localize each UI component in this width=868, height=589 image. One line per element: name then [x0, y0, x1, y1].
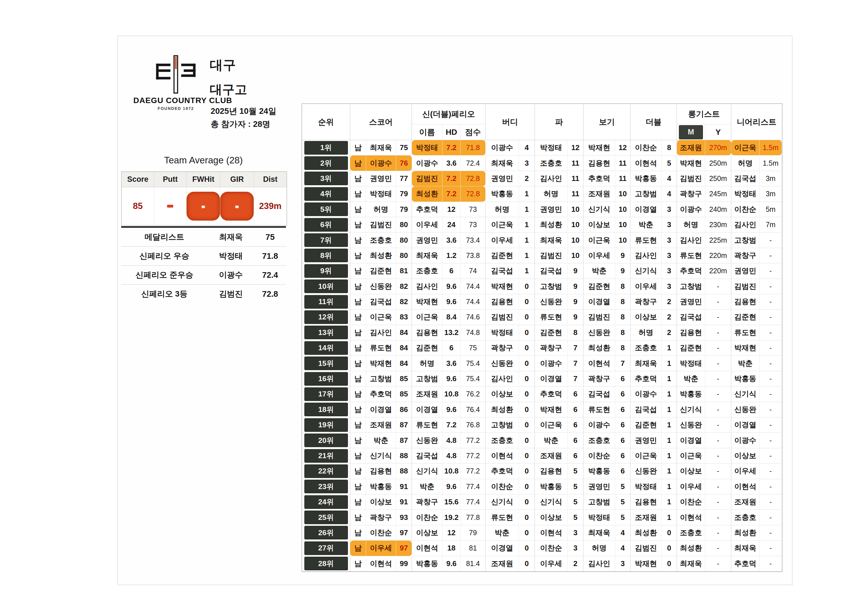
cell-longest-name: 권영민	[677, 294, 705, 310]
cell-perio-score: 81	[461, 540, 486, 556]
cell-longest-name: 조충호	[677, 525, 705, 540]
cell-double-name: 박재현	[630, 556, 661, 571]
cell-rank: 1위	[302, 140, 350, 155]
cell-perio-name: 신기식	[412, 464, 443, 479]
cell-nearest-name: 최재욱	[731, 540, 760, 556]
cell-player: 최성환	[366, 248, 396, 263]
cell-longest-dist: 220m	[705, 263, 731, 279]
cell-score: 91	[396, 479, 412, 495]
cell-bogey-count: 5	[615, 479, 630, 495]
cell-longest-name: 신동완	[677, 418, 705, 433]
cell-nearest-name: 이광수	[731, 433, 760, 448]
cell-gender: 남	[350, 279, 366, 294]
col-header-putt: Putt	[154, 172, 187, 187]
cell-nearest-dist: -	[760, 464, 782, 479]
cell-perio-name: 박정태	[412, 140, 443, 155]
rank-chip: 3위	[305, 172, 347, 185]
cell-par-name: 김사인	[535, 171, 568, 186]
cell-double-count: 1	[661, 433, 677, 448]
cell-score: 80	[396, 248, 412, 263]
cell-gender: 남	[350, 310, 366, 325]
header-par: 파	[535, 104, 583, 140]
cell-longest-dist: -	[705, 448, 731, 464]
cell-perio-name: 김사인	[412, 279, 443, 294]
cell-par-name: 이상보	[535, 510, 568, 525]
cell-perio-name: 조재원	[412, 387, 443, 402]
cell-perio-score: 77.4	[461, 479, 486, 495]
cell-nearest-dist: -	[760, 232, 782, 248]
cell-rank: 10위	[302, 279, 350, 294]
cell-rank: 21위	[302, 448, 350, 464]
cell-perio-hd: 9.6	[443, 402, 461, 418]
team-average-gir	[220, 187, 254, 225]
cell-score: 87	[396, 433, 412, 448]
cell-score: 85	[396, 371, 412, 387]
cell-player: 박정태	[366, 186, 396, 202]
cell-double-name: 이경열	[630, 202, 661, 217]
cell-birdie-count: 1	[519, 248, 535, 263]
award-label: 신페리오 3등	[121, 289, 208, 299]
cell-birdie-name: 곽창구	[486, 340, 519, 356]
cell-player: 김범진	[366, 217, 396, 232]
cell-bogey-count: 6	[615, 464, 630, 479]
cell-rank: 23위	[302, 479, 350, 495]
cell-bogey-count: 6	[615, 433, 630, 448]
rank-chip: 5위	[305, 203, 347, 216]
cell-perio-name: 이경열	[412, 402, 443, 418]
cell-perio-hd: 15.6	[443, 495, 461, 510]
cell-nearest-name: 허명	[731, 155, 760, 171]
cell-par-name: 조충호	[535, 155, 568, 171]
cell-perio-score: 77.2	[461, 464, 486, 479]
cell-longest-name: 박춘	[677, 371, 705, 387]
cell-score: 79	[396, 186, 412, 202]
award-label: 메달리스트	[121, 232, 208, 242]
cell-bogey-name: 김준현	[583, 279, 615, 294]
cell-longest-dist: -	[705, 510, 731, 525]
cell-longest-dist: -	[705, 310, 731, 325]
cell-rank: 15위	[302, 356, 350, 371]
cell-bogey-name: 박재현	[583, 140, 615, 155]
rank-chip: 1위	[305, 142, 347, 154]
cell-score: 76	[396, 155, 412, 171]
cell-longest-dist: 230m	[705, 217, 731, 232]
cell-longest-dist: 250m	[705, 171, 731, 186]
cell-player: 권영민	[366, 171, 396, 186]
cell-bogey-count: 5	[615, 510, 630, 525]
cell-double-name: 허명	[630, 325, 661, 340]
cell-bogey-name: 김국섭	[583, 387, 615, 402]
cell-nearest-dist: 3m	[760, 186, 782, 202]
cell-nearest-dist: -	[760, 356, 782, 371]
cell-par-name: 허명	[535, 186, 568, 202]
cell-double-count: 3	[661, 263, 677, 279]
cell-perio-hd: 4.8	[443, 433, 461, 448]
cell-nearest-name: 박정태	[731, 186, 760, 202]
cell-nearest-name: 김사인	[731, 217, 760, 232]
cell-birdie-name: 김국섭	[486, 263, 519, 279]
cell-birdie-name: 최재욱	[486, 155, 519, 171]
team-average-table: Score Putt FWHit GIR Dist 85 239m	[121, 171, 287, 226]
cell-bogey-name: 권영민	[583, 479, 615, 495]
cell-player: 이근욱	[366, 310, 396, 325]
cell-perio-name: 최재욱	[412, 248, 443, 263]
cell-birdie-count: 0	[519, 294, 535, 310]
cell-double-name: 김사인	[630, 248, 661, 263]
cell-double-count: 1	[661, 387, 677, 402]
cell-birdie-name: 류도현	[486, 510, 519, 525]
cell-double-count: 1	[661, 418, 677, 433]
cell-score: 83	[396, 310, 412, 325]
cell-longest-name: 김국섭	[677, 310, 705, 325]
cell-double-count: 0	[661, 556, 677, 571]
cell-rank: 26위	[302, 525, 350, 540]
cell-longest-dist: 220m	[705, 248, 731, 263]
cell-birdie-count: 0	[519, 340, 535, 356]
cell-rank: 27위	[302, 540, 350, 556]
cell-double-name: 신기식	[630, 263, 661, 279]
cell-rank: 5위	[302, 202, 350, 217]
cell-perio-name: 이상보	[412, 525, 443, 540]
cell-birdie-count: 0	[519, 387, 535, 402]
cell-double-count: 2	[661, 294, 677, 310]
cell-par-count: 5	[568, 495, 583, 510]
cell-perio-score: 76.4	[461, 402, 486, 418]
cell-longest-dist: -	[705, 340, 731, 356]
cell-gender: 남	[350, 433, 366, 448]
